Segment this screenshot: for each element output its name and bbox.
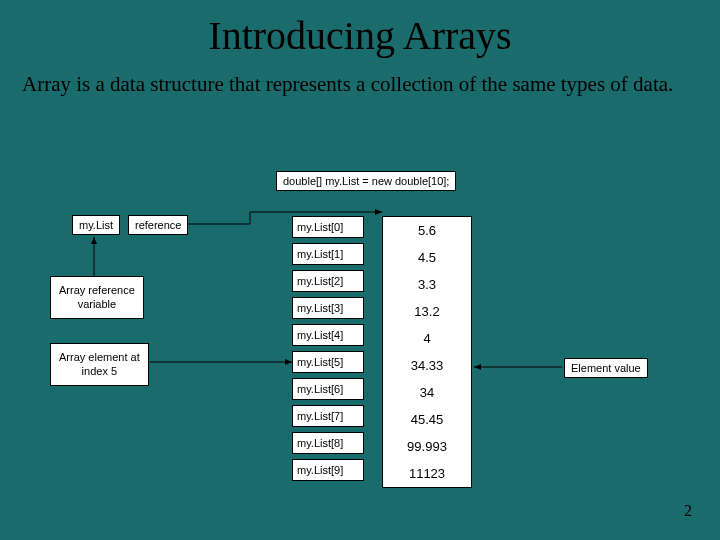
array-ref-variable-label: Array reference variable (50, 276, 144, 319)
index-cell: my.List[5] (292, 351, 364, 373)
index-cell: my.List[1] (292, 243, 364, 265)
value-column: 5.6 4.5 3.3 13.2 4 34.33 34 45.45 99.993… (382, 216, 472, 488)
text-line: index 5 (59, 364, 140, 378)
value-cell: 13.2 (383, 298, 471, 325)
value-cell: 45.45 (383, 406, 471, 433)
page-number: 2 (684, 502, 692, 520)
index-cell: my.List[7] (292, 405, 364, 427)
array-element-index5-label: Array element at index 5 (50, 343, 149, 386)
index-cell: my.List[2] (292, 270, 364, 292)
reference-box: reference (128, 215, 188, 235)
value-cell: 5.6 (383, 217, 471, 244)
value-cell: 34.33 (383, 352, 471, 379)
value-cell: 11123 (383, 460, 471, 487)
value-cell: 3.3 (383, 271, 471, 298)
index-cell: my.List[3] (292, 297, 364, 319)
index-column: my.List[0] my.List[1] my.List[2] my.List… (292, 216, 364, 486)
text-line: variable (59, 297, 135, 311)
mylist-label: my.List (72, 215, 120, 235)
index-cell: my.List[4] (292, 324, 364, 346)
value-cell: 99.993 (383, 433, 471, 460)
value-cell: 34 (383, 379, 471, 406)
index-cell: my.List[9] (292, 459, 364, 481)
text-line: Array element at (59, 350, 140, 364)
text-line: Array reference (59, 283, 135, 297)
index-cell: my.List[0] (292, 216, 364, 238)
index-cell: my.List[8] (292, 432, 364, 454)
array-declaration: double[] my.List = new double[10]; (276, 171, 456, 191)
index-cell: my.List[6] (292, 378, 364, 400)
slide-title: Introducing Arrays (0, 0, 720, 67)
element-value-label: Element value (564, 358, 648, 378)
value-cell: 4.5 (383, 244, 471, 271)
value-cell: 4 (383, 325, 471, 352)
slide-subtitle: Array is a data structure that represent… (0, 67, 720, 112)
